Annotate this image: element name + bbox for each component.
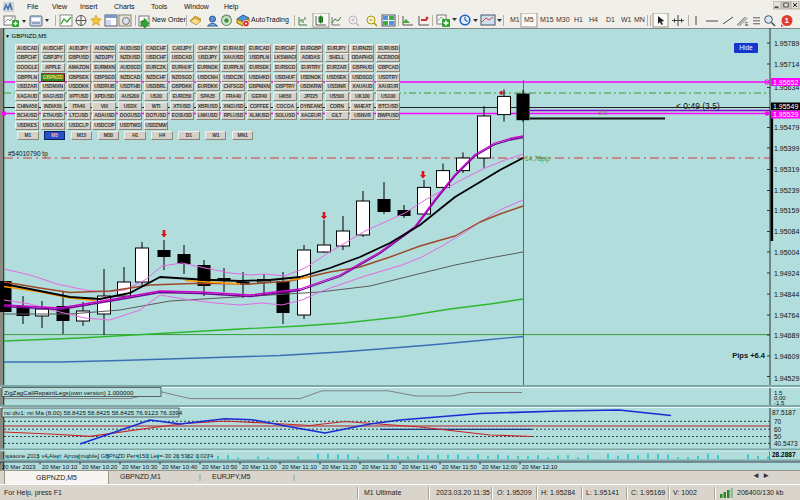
svg-text:< 0:49 (3.5): < 0:49 (3.5) <box>676 101 720 111</box>
svg-text:20 Mar 11:00: 20 Mar 11:00 <box>242 464 278 470</box>
svg-text:28.2887: 28.2887 <box>772 451 796 458</box>
svg-text:1.94609: 1.94609 <box>774 353 799 360</box>
svg-text:#54010790 tp: #54010790 tp <box>8 150 48 158</box>
svg-text:1.95479: 1.95479 <box>774 124 799 131</box>
svg-text:1.95529: 1.95529 <box>773 111 798 118</box>
svg-text:20 Mar 10:30: 20 Mar 10:30 <box>122 464 158 470</box>
svg-text:1.94844: 1.94844 <box>774 291 799 298</box>
svg-text:20 Mar 12:10: 20 Mar 12:10 <box>522 464 558 470</box>
svg-text:20 Mar 10:10: 20 Mar 10:10 <box>42 464 78 470</box>
svg-text:70: 70 <box>774 418 782 425</box>
svg-text:1: 1 <box>785 16 790 25</box>
svg-text:1.95714: 1.95714 <box>774 61 799 68</box>
svg-text:E: E <box>745 21 749 27</box>
svg-text:-1.5: -1.5 <box>774 400 785 406</box>
svg-text:1.95319: 1.95319 <box>774 166 799 173</box>
svg-text:50: 50 <box>774 433 782 440</box>
svg-text:1.95004: 1.95004 <box>774 249 799 256</box>
svg-text:20 Mar 11:10: 20 Mar 11:10 <box>282 464 318 470</box>
svg-text:20 Mar 10:40: 20 Mar 10:40 <box>162 464 198 470</box>
svg-text:waaone 2015 v4 Alert: Arrow[mo: waaone 2015 v4 Alert: Arrow[mobile] GBPN… <box>4 453 214 459</box>
svg-text:Pips +6.4: Pips +6.4 <box>732 351 766 360</box>
svg-text:1.94764: 1.94764 <box>774 312 799 319</box>
svg-text:1.94529: 1.94529 <box>774 375 799 382</box>
svg-text:20 Mar 2023: 20 Mar 2023 <box>2 464 36 470</box>
svg-text:1.95159: 1.95159 <box>774 207 799 214</box>
svg-text:87.5187: 87.5187 <box>772 409 796 416</box>
svg-text:1.95549: 1.95549 <box>773 103 798 110</box>
svg-text:rsi div1: rsi Ma (8.00) 58.842: rsi div1: rsi Ma (8.00) 58.8425 58.8425 … <box>4 409 183 416</box>
svg-text:ZigZagCallRepaintLegs(own vers: ZigZagCallRepaintLegs(own version) 1.000… <box>4 389 134 396</box>
svg-text:1.94924: 1.94924 <box>774 270 799 277</box>
svg-text:9.6: 9.6 <box>598 109 607 116</box>
svg-text:1.95399: 1.95399 <box>774 145 799 152</box>
svg-text:20 Mar 10:20: 20 Mar 10:20 <box>82 464 118 470</box>
svg-text:1.95084: 1.95084 <box>774 228 799 235</box>
svg-text:20 Mar 11:50: 20 Mar 11:50 <box>442 464 478 470</box>
svg-text:60: 60 <box>774 426 782 433</box>
svg-text:1.95239: 1.95239 <box>774 187 799 194</box>
svg-text:1.95789: 1.95789 <box>774 40 799 47</box>
svg-text:20 Mar 11:20: 20 Mar 11:20 <box>322 464 358 470</box>
svg-text:40.5473: 40.5473 <box>774 440 798 447</box>
svg-text:1.94689: 1.94689 <box>774 332 799 339</box>
svg-text:14.78pip: 14.78pip <box>525 155 550 163</box>
svg-text:20 Mar 11:30: 20 Mar 11:30 <box>362 464 398 470</box>
svg-text:20 Mar 12:00: 20 Mar 12:00 <box>482 464 518 470</box>
svg-text:20 Mar 11:40: 20 Mar 11:40 <box>402 464 438 470</box>
svg-text:1.95652: 1.95652 <box>773 79 798 86</box>
svg-text:20 Mar 10:50: 20 Mar 10:50 <box>202 464 238 470</box>
